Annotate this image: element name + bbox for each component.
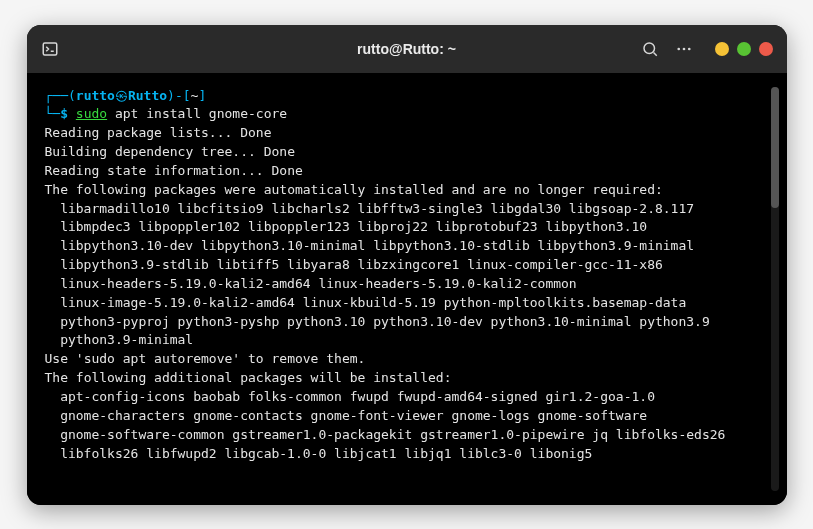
package-line: python3.9-minimal — [45, 331, 767, 350]
package-line: gnome-characters gnome-contacts gnome-fo… — [45, 407, 767, 426]
output-line: Use 'sudo apt autoremove' to remove them… — [45, 351, 366, 366]
output-line: Reading package lists... Done — [45, 125, 272, 140]
prompt-line-1: ┌──(rutto㉿Rutto)-[~] — [45, 87, 767, 106]
package-line: libpython3.10-dev libpython3.10-minimal … — [45, 237, 767, 256]
output-line: Reading state information... Done — [45, 163, 303, 178]
output-line: The following packages were automaticall… — [45, 182, 663, 197]
window-title: rutto@Rutto: ~ — [357, 41, 456, 57]
close-button[interactable] — [759, 42, 773, 56]
scrollbar-thumb[interactable] — [771, 87, 779, 208]
menu-icon[interactable] — [675, 40, 693, 58]
svg-point-1 — [644, 43, 655, 54]
package-line: libarmadillo10 libcfitsio9 libcharls2 li… — [45, 200, 767, 219]
svg-point-4 — [687, 47, 690, 50]
output-line: The following additional packages will b… — [45, 370, 452, 385]
titlebar-left — [41, 40, 141, 58]
package-line: linux-image-5.19.0-kali2-amd64 linux-kbu… — [45, 294, 767, 313]
package-line: python3-pyproj python3-pyshp python3.10 … — [45, 313, 767, 332]
package-line: libfolks26 libfwupd2 libgcab-1.0-0 libjc… — [45, 445, 767, 464]
terminal-app-icon — [41, 40, 59, 58]
prompt-line-2: └─$ sudo apt install gnome-core — [45, 105, 767, 124]
svg-point-2 — [677, 47, 680, 50]
package-line: gnome-software-common gstreamer1.0-packa… — [45, 426, 767, 445]
maximize-button[interactable] — [737, 42, 751, 56]
minimize-button[interactable] — [715, 42, 729, 56]
search-icon[interactable] — [641, 40, 659, 58]
package-line: apt-config-icons baobab folks-common fwu… — [45, 388, 767, 407]
scrollbar[interactable] — [771, 87, 779, 491]
package-line: linux-headers-5.19.0-kali2-amd64 linux-h… — [45, 275, 767, 294]
terminal-output: ┌──(rutto㉿Rutto)-[~]└─$ sudo apt install… — [45, 87, 767, 491]
titlebar-right — [641, 40, 773, 58]
window-buttons — [715, 42, 773, 56]
svg-rect-0 — [43, 43, 57, 55]
package-line: libmpdec3 libpoppler102 libpoppler123 li… — [45, 218, 767, 237]
titlebar: rutto@Rutto: ~ — [27, 25, 787, 73]
package-line: libpython3.9-stdlib libtiff5 libyara8 li… — [45, 256, 767, 275]
svg-point-3 — [682, 47, 685, 50]
terminal-window: rutto@Rutto: ~ ┌── — [27, 25, 787, 505]
terminal-body[interactable]: ┌──(rutto㉿Rutto)-[~]└─$ sudo apt install… — [27, 73, 787, 505]
output-line: Building dependency tree... Done — [45, 144, 295, 159]
